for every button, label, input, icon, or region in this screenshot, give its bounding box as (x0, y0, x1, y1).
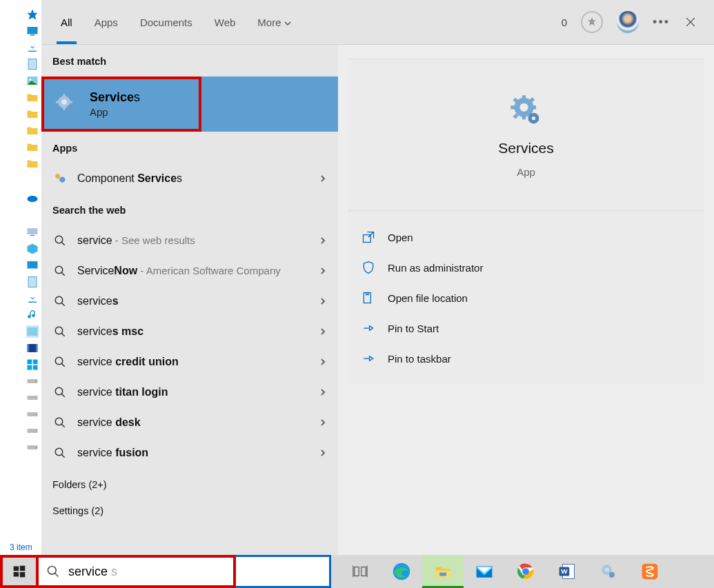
music-icon (26, 309, 39, 321)
web-result[interactable]: service titan login (41, 377, 338, 407)
task-view-icon[interactable] (339, 555, 381, 588)
video-icon (26, 342, 39, 354)
svg-point-37 (67, 105, 75, 112)
svg-point-52 (55, 418, 63, 425)
result-label: service - See web results (77, 233, 309, 248)
download-icon (26, 41, 39, 54)
preview-subtitle: App (517, 166, 535, 178)
search-icon (54, 386, 66, 398)
results-list: Best match (41, 45, 338, 555)
web-result[interactable]: service desk (41, 407, 338, 438)
svg-rect-36 (70, 101, 73, 103)
chevron-right-icon (319, 388, 327, 396)
picture-icon (26, 325, 39, 338)
chevron-right-icon (319, 174, 327, 183)
start-button[interactable] (0, 555, 36, 588)
tab-apps[interactable]: Apps (95, 1, 118, 43)
action-open-location[interactable]: Open file location (361, 283, 691, 313)
action-pin-taskbar[interactable]: Pin to taskbar (361, 343, 691, 374)
tab-web[interactable]: Web (215, 1, 236, 43)
search-icon (54, 447, 66, 459)
web-result[interactable]: ServiceNow - American Software Company (41, 256, 338, 286)
svg-point-22 (36, 381, 37, 382)
tab-documents[interactable]: Documents (140, 1, 192, 43)
svg-rect-96 (642, 564, 658, 580)
taskbar-search-box[interactable]: s (36, 555, 331, 588)
svg-rect-35 (56, 101, 59, 103)
tab-more[interactable]: More (257, 1, 290, 43)
more-options-icon[interactable]: ••• (653, 15, 670, 30)
folder-icon (26, 141, 39, 153)
close-icon[interactable] (684, 15, 697, 29)
mail-icon[interactable] (464, 555, 505, 588)
svg-line-53 (61, 424, 65, 427)
result-component-services[interactable]: Component Services (41, 163, 338, 194)
result-label: service titan login (77, 385, 309, 400)
result-label: service desk (77, 415, 309, 430)
desktop-icon (26, 259, 39, 272)
onedrive-icon (26, 192, 39, 204)
result-label: services msc (77, 324, 309, 339)
services-taskbar-icon[interactable] (588, 555, 629, 588)
action-label: Open file location (388, 292, 468, 304)
svg-point-50 (55, 387, 63, 395)
desktop-icons-column: 3 item (0, 0, 41, 555)
action-run-admin[interactable]: Run as administrator (361, 252, 691, 283)
svg-rect-61 (531, 105, 536, 109)
svg-point-40 (55, 236, 63, 243)
best-match-result[interactable]: Services App (41, 77, 338, 132)
action-open[interactable]: Open (361, 222, 691, 252)
component-services-icon (53, 172, 67, 185)
folder-location-icon (361, 291, 375, 305)
svg-line-49 (61, 363, 65, 367)
svg-point-28 (36, 430, 37, 432)
svg-rect-77 (361, 567, 366, 576)
user-avatar[interactable] (617, 11, 639, 33)
svg-rect-60 (510, 105, 515, 109)
web-result[interactable]: service credit union (41, 347, 338, 377)
rewards-badge-icon[interactable] (581, 11, 603, 33)
drive-icon (26, 408, 39, 420)
svg-marker-10 (28, 244, 38, 254)
svg-text:W: W (561, 567, 568, 575)
tab-all[interactable]: All (61, 1, 72, 43)
svg-point-32 (61, 99, 67, 105)
file-explorer-icon[interactable] (422, 555, 464, 588)
thispc-icon (26, 226, 39, 239)
svg-rect-8 (28, 228, 38, 234)
svg-rect-58 (522, 95, 525, 100)
svg-rect-13 (28, 327, 38, 336)
web-result[interactable]: service fusion (41, 438, 338, 468)
svg-point-39 (59, 177, 65, 183)
drive-icon (26, 441, 39, 454)
chevron-right-icon (319, 267, 327, 275)
search-header: All Apps Documents Web More 0 ••• (41, 0, 714, 45)
xampp-icon[interactable] (629, 555, 671, 588)
settings-label[interactable]: Settings (2) (41, 500, 338, 526)
web-result[interactable]: service - See web results (41, 225, 338, 256)
svg-point-74 (48, 567, 57, 575)
drive-icon (26, 375, 39, 387)
windows-icon (26, 358, 39, 371)
svg-point-46 (55, 327, 63, 334)
folder-icon (26, 124, 39, 136)
svg-line-41 (61, 242, 65, 245)
svg-rect-15 (28, 344, 29, 352)
web-result[interactable]: services (41, 286, 338, 316)
services-gear-icon (507, 92, 546, 130)
cube-icon (26, 243, 39, 255)
chevron-right-icon (319, 297, 327, 305)
svg-rect-72 (14, 572, 19, 577)
folders-label[interactable]: Folders (2+) (41, 468, 338, 500)
edge-browser-icon[interactable] (381, 555, 422, 588)
web-result[interactable]: services msc (41, 316, 338, 347)
svg-rect-76 (355, 567, 359, 576)
search-icon (54, 416, 66, 429)
search-input[interactable] (68, 557, 329, 586)
best-match-subtitle: App (90, 106, 140, 118)
open-icon (361, 230, 375, 244)
word-icon[interactable]: W (546, 555, 588, 588)
action-pin-start[interactable]: Pin to Start (361, 313, 691, 343)
services-gear-icon (54, 92, 79, 116)
chrome-icon[interactable] (505, 555, 546, 588)
